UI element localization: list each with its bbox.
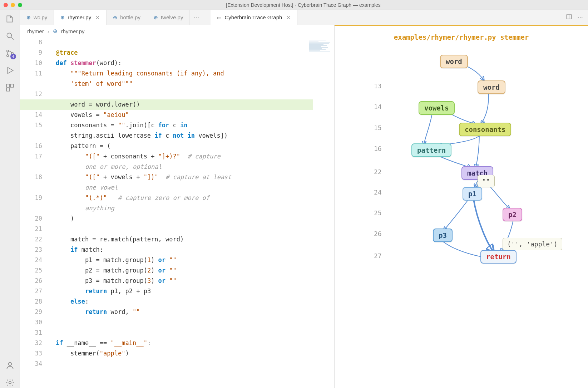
- line-number: 25: [20, 265, 42, 276]
- code-line[interactable]: one vowel: [56, 182, 313, 193]
- code-line[interactable]: "([" + consonants + "]+)?" # capture: [56, 151, 313, 162]
- code-line[interactable]: match = re.match(pattern, word): [56, 234, 313, 245]
- code-line[interactable]: anything: [56, 203, 313, 213]
- tab-overflow-icon[interactable]: ⋯: [190, 10, 203, 25]
- code-line[interactable]: vowels = "aeiou": [56, 110, 313, 120]
- graph-return-tooltip: ('', 'apple'): [503, 238, 562, 250]
- code-line[interactable]: [56, 224, 313, 234]
- code-line[interactable]: "([" + vowels + "])" # capture at least: [56, 172, 313, 182]
- python-file-icon: ⊕: [154, 15, 158, 20]
- minimize-window-button[interactable]: [11, 3, 15, 7]
- code-line[interactable]: one or more, optional: [56, 162, 313, 172]
- line-number: 9: [20, 48, 42, 58]
- code-line[interactable]: @trace: [56, 48, 313, 58]
- graph-node-vowels[interactable]: vowels: [419, 101, 455, 115]
- line-number: 24: [20, 255, 42, 265]
- code-line[interactable]: [56, 37, 313, 48]
- panel-icon: ▭: [217, 15, 222, 20]
- code-line[interactable]: else:: [56, 296, 313, 307]
- line-number: 27: [20, 286, 42, 296]
- tab-label: rhymer.py: [68, 14, 91, 20]
- code-line[interactable]: consonants = "".join([c for c in: [56, 120, 313, 131]
- tab-label: twelve.py: [161, 14, 183, 20]
- tab-label: Cyberbrain Trace Graph: [224, 14, 282, 20]
- extensions-icon[interactable]: [5, 82, 15, 93]
- code-line[interactable]: p1 = match.group(1) or "": [56, 255, 313, 265]
- line-number: 11: [20, 68, 42, 79]
- graph-node-consonants[interactable]: consonants: [459, 123, 511, 136]
- line-number: [20, 131, 42, 141]
- maximize-window-button[interactable]: [18, 3, 22, 7]
- code-line[interactable]: if __name__ == "__main__":: [56, 338, 313, 348]
- minimap[interactable]: [309, 39, 333, 104]
- code-line[interactable]: [56, 328, 313, 338]
- graph-node-p1[interactable]: p1: [463, 187, 482, 201]
- line-number: 34: [20, 359, 42, 369]
- graph-canvas[interactable]: 13 14 15 16 22 24 25 26 27 word word vow…: [335, 45, 588, 385]
- trace-graph-pane: examples/rhymer/rhymer.py stemmer: [335, 25, 588, 388]
- graph-line-number: 26: [374, 230, 382, 237]
- breadcrumb-folder: rhymer: [27, 28, 44, 34]
- code-line[interactable]: return p1, p2 + p3: [56, 286, 313, 296]
- graph-node-pattern[interactable]: pattern: [411, 143, 451, 157]
- account-icon[interactable]: [5, 360, 15, 371]
- source-control-icon[interactable]: 4: [5, 48, 15, 59]
- search-icon[interactable]: [5, 31, 15, 41]
- code-line[interactable]: [56, 89, 313, 99]
- line-number: 31: [20, 328, 42, 338]
- line-number: [20, 162, 42, 172]
- graph-line-number: 22: [374, 168, 382, 176]
- svg-point-7: [8, 362, 11, 365]
- tab-wc[interactable]: ⊕ wc.py: [20, 10, 54, 25]
- code-line[interactable]: 'stem' of word""": [56, 79, 313, 89]
- line-number: 29: [20, 307, 42, 317]
- line-number: 30: [20, 317, 42, 328]
- python-file-icon: ⊕: [26, 15, 31, 20]
- tab-trace-graph[interactable]: ▭ Cyberbrain Trace Graph ✕: [211, 10, 297, 25]
- graph-node-p3[interactable]: p3: [433, 229, 453, 242]
- svg-rect-6: [6, 88, 10, 91]
- graph-node-word[interactable]: word: [478, 80, 505, 94]
- code-line[interactable]: """Return leading consonants (if any), a…: [56, 68, 313, 79]
- svg-point-1: [6, 50, 8, 52]
- close-window-button[interactable]: [4, 3, 8, 7]
- settings-gear-icon[interactable]: [5, 377, 15, 388]
- close-icon[interactable]: ✕: [286, 15, 291, 20]
- code-line[interactable]: "(.*)" # capture zero or more of: [56, 193, 313, 203]
- code-line[interactable]: pattern = (: [56, 141, 313, 151]
- breadcrumb[interactable]: rhymer › ⊕ rhymer.py: [20, 25, 334, 37]
- line-number: 16: [20, 141, 42, 151]
- tab-rhymer[interactable]: ⊕ rhymer.py ✕: [54, 10, 107, 25]
- code-line[interactable]: word = word.lower(): [20, 99, 313, 110]
- code-line[interactable]: def stemmer(word):: [56, 58, 313, 68]
- code-line[interactable]: p2 = match.group(2) or "": [56, 265, 313, 276]
- tab-twelve[interactable]: ⊕ twelve.py: [147, 10, 190, 25]
- code-editor-pane: rhymer › ⊕ rhymer.py 8910111213141516171…: [20, 25, 335, 388]
- code-line[interactable]: [56, 317, 313, 328]
- code-line[interactable]: stemmer("apple"): [56, 348, 313, 359]
- close-icon[interactable]: ✕: [95, 15, 100, 20]
- svg-point-0: [7, 33, 11, 38]
- code-line[interactable]: [56, 359, 313, 369]
- svg-point-8: [9, 382, 11, 384]
- explorer-icon[interactable]: [5, 14, 15, 24]
- run-debug-icon[interactable]: [5, 65, 15, 76]
- graph-node-return[interactable]: return: [480, 250, 517, 264]
- graph-title: examples/rhymer/rhymer.py stemmer: [335, 26, 588, 45]
- split-editor-icon[interactable]: [566, 14, 572, 21]
- code-line[interactable]: p3 = match.group(3) or "": [56, 276, 313, 286]
- more-actions-icon[interactable]: ⋯: [577, 14, 583, 21]
- code-line[interactable]: if match:: [56, 245, 313, 255]
- code-line[interactable]: return word, "": [56, 307, 313, 317]
- graph-node-empty-str[interactable]: "": [478, 175, 495, 187]
- code-editor[interactable]: 8910111213141516171819202122232425262728…: [20, 37, 334, 388]
- code-line[interactable]: ): [56, 213, 313, 224]
- line-number: 32: [20, 338, 42, 348]
- tab-bottle[interactable]: ⊕ bottle.py: [107, 10, 147, 25]
- code-line[interactable]: string.ascii_lowercase if c not in vowel…: [56, 131, 313, 141]
- line-number: 14: [20, 110, 42, 120]
- graph-node-p2[interactable]: p2: [503, 208, 522, 221]
- tab-label: wc.py: [34, 14, 47, 20]
- line-number: 15: [20, 120, 42, 131]
- graph-node-word-arg[interactable]: word: [440, 55, 468, 68]
